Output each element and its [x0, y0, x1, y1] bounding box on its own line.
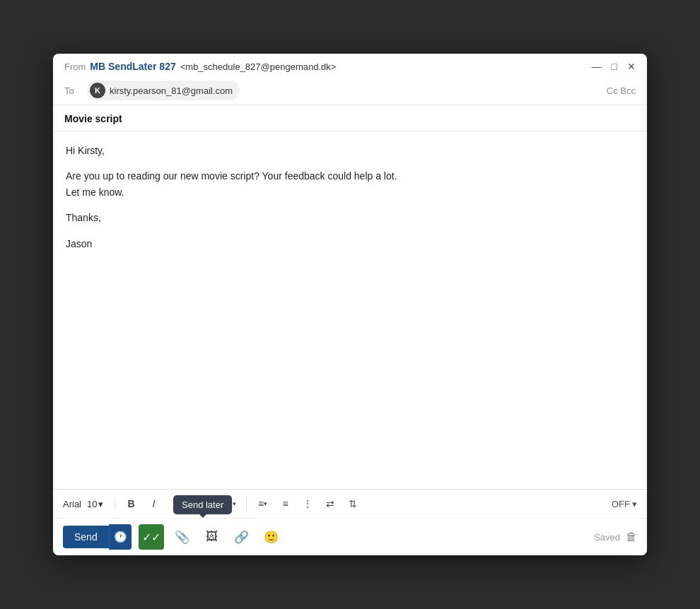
- body-line3: Let me know.: [66, 187, 124, 198]
- body-content: Are you up to reading our new movie scri…: [66, 168, 634, 200]
- separator: [246, 497, 247, 510]
- emoji-icon: 🙂: [264, 530, 279, 545]
- paperclip-icon: 📎: [175, 530, 189, 545]
- body-line2: Are you up to reading our new movie scri…: [66, 170, 397, 182]
- from-section: From MB SendLater 827 <mb_schedule_827@p…: [64, 61, 336, 72]
- clock-icon: 🕐: [114, 531, 127, 543]
- link-button[interactable]: 🔗: [231, 526, 253, 548]
- send-button-group: Send 🕐: [63, 524, 132, 550]
- image-button[interactable]: 🖼: [201, 526, 223, 548]
- font-name: Arial: [63, 499, 81, 509]
- email-body[interactable]: Hi Kirsty, Are you up to reading our new…: [53, 131, 647, 489]
- link-icon: 🔗: [234, 530, 249, 545]
- font-size-value: 10: [87, 499, 97, 509]
- indent-decrease-button[interactable]: ⇄: [320, 494, 340, 514]
- trash-icon: 🗑: [626, 531, 637, 543]
- saved-text: Saved: [594, 532, 620, 543]
- spell-check-toggle[interactable]: OFF ▾: [612, 499, 637, 509]
- body-greeting: Hi Kirsty,: [66, 143, 634, 158]
- send-later-button[interactable]: 🕐: [109, 524, 132, 550]
- sender-name: MB SendLater 827: [90, 61, 175, 72]
- subject-text: Movie script: [64, 113, 122, 124]
- compose-window: From MB SendLater 827 <mb_schedule_827@p…: [53, 54, 647, 555]
- delete-button[interactable]: 🗑: [626, 531, 637, 543]
- toolbar-area: Arial 10 ▾ B I U A▾ A▾ ≡▾ ≡ ⋮ ⇄ ⇅ OFF ▾: [53, 489, 647, 555]
- body-thanks: Thanks,: [66, 210, 634, 225]
- formatting-bar: Arial 10 ▾ B I U A▾ A▾ ≡▾ ≡ ⋮ ⇄ ⇅ OFF ▾: [53, 490, 647, 519]
- recipient-chip[interactable]: K kirsty.pearson_81@gmail.com: [87, 81, 240, 100]
- cc-bcc-button[interactable]: Cc Bcc: [607, 85, 636, 96]
- to-row: To K kirsty.pearson_81@gmail.com Cc Bcc: [53, 76, 647, 105]
- sender-email: <mb_schedule_827@pengemand.dk>: [180, 61, 337, 72]
- image-icon: 🖼: [206, 530, 218, 544]
- title-bar: From MB SendLater 827 <mb_schedule_827@p…: [53, 54, 647, 76]
- send-label: Send: [74, 531, 98, 543]
- check-button[interactable]: ✓✓: [139, 524, 164, 550]
- off-dropdown-icon: ▾: [632, 499, 637, 509]
- align-button[interactable]: ≡▾: [252, 494, 272, 514]
- window-controls: — □ ✕: [592, 61, 636, 71]
- bold-button[interactable]: B: [121, 494, 141, 514]
- ordered-list-button[interactable]: ≡: [275, 494, 295, 514]
- action-bar: Send later Send 🕐 ✓✓ 📎 🖼 🔗: [53, 519, 647, 555]
- separator: [115, 497, 115, 510]
- saved-area: Saved 🗑: [594, 531, 637, 543]
- attach-button[interactable]: 📎: [171, 526, 194, 548]
- emoji-button[interactable]: 🙂: [260, 526, 283, 548]
- maximize-button[interactable]: □: [612, 61, 617, 71]
- minimize-button[interactable]: —: [592, 61, 602, 71]
- avatar: K: [90, 83, 105, 98]
- recipient-email: kirsty.pearson_81@gmail.com: [110, 85, 233, 96]
- send-later-tooltip: Send later: [173, 495, 232, 514]
- body-name: Jason: [66, 236, 634, 252]
- font-size-control[interactable]: 10 ▾: [87, 499, 103, 509]
- check-icon: ✓✓: [142, 531, 161, 544]
- tooltip-text: Send later: [182, 499, 223, 510]
- close-button[interactable]: ✕: [627, 61, 636, 71]
- off-label-text: OFF: [612, 499, 630, 509]
- italic-button[interactable]: I: [144, 494, 163, 514]
- to-label: To: [64, 85, 81, 96]
- font-size-dropdown-icon[interactable]: ▾: [98, 499, 103, 509]
- unordered-list-button[interactable]: ⋮: [298, 494, 317, 514]
- indent-increase-button[interactable]: ⇅: [343, 494, 363, 514]
- subject-row: Movie script: [53, 105, 647, 131]
- from-label: From: [64, 61, 86, 72]
- send-button[interactable]: Send: [63, 526, 109, 548]
